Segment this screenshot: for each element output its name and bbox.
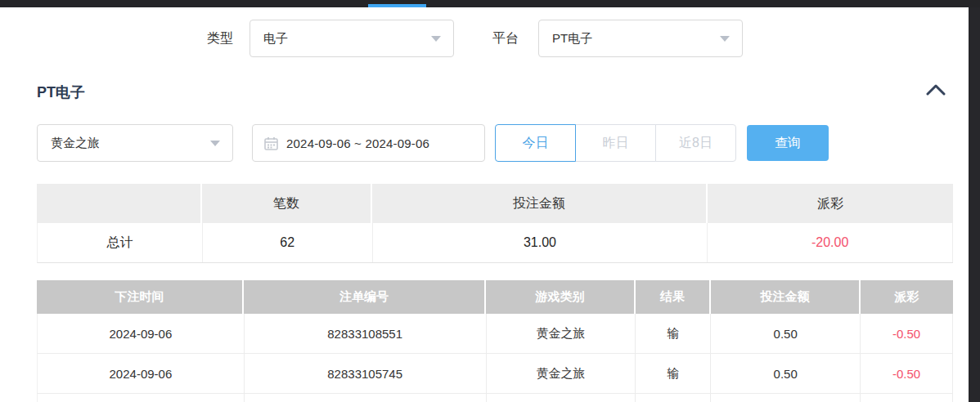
collapse-section-button[interactable] [919,79,952,102]
table-row-partial [37,394,953,402]
bet-amount: 0.50 [711,354,861,393]
search-button[interactable]: 查询 [747,125,829,161]
bet-time [38,394,245,402]
platform-select[interactable]: PT电子 [538,20,743,57]
bet-id: 82833108551 [245,314,487,353]
quick-date-button-group: 今日 昨日 近8日 [495,124,736,162]
bet-amount [711,394,861,402]
today-button[interactable]: 今日 [495,124,576,162]
game-category: 黄金之旅 [487,354,636,393]
payout: -0.50 [861,354,953,393]
summary-header-empty [37,184,202,223]
active-tab-indicator [368,4,426,7]
result: 输 [636,354,711,393]
detail-header-result: 结果 [636,280,711,314]
browser-topbar [0,0,980,7]
result: 输 [636,314,711,353]
last-8-days-button[interactable]: 近8日 [655,124,736,162]
game-select[interactable]: 黄金之旅 [37,124,233,162]
bet-time: 2024-09-06 [38,314,245,353]
detail-header-bet-id: 注单编号 [244,280,486,314]
summary-total-label: 总计 [38,223,203,262]
type-label: 类型 [207,20,233,57]
type-select-value: 电子 [263,20,288,56]
game-select-value: 黄金之旅 [51,125,100,161]
summary-header-bet-amount: 投注金额 [372,184,708,223]
game-category [487,394,636,402]
platform-select-value: PT电子 [552,20,592,56]
section-title: PT电子 [37,83,85,102]
payout [861,394,953,402]
bet-id: 82833105745 [245,354,487,393]
type-select[interactable]: 电子 [249,20,454,57]
platform-label: 平台 [492,20,519,57]
detail-header-game-category: 游戏类别 [486,280,636,314]
result [636,394,711,402]
summary-total-payout: -20.00 [708,223,953,262]
summary-table: 笔数 投注金额 派彩 总计 62 31.00 -20.00 [37,184,953,263]
bet-id [245,394,487,402]
bet-amount: 0.50 [711,314,861,353]
date-range-picker[interactable]: 2024-09-06 ~ 2024-09-06 [252,124,485,162]
caret-down-icon [210,141,220,146]
game-category: 黄金之旅 [487,314,636,353]
section-filter-row: 黄金之旅 2024-09-06 ~ 2024-09-06 今日 昨日 近8日 查… [37,124,953,162]
summary-header-row: 笔数 投注金额 派彩 [37,184,953,223]
detail-header-bet-amount: 投注金额 [711,280,861,314]
summary-total-row: 总计 62 31.00 -20.00 [37,223,953,263]
yesterday-button[interactable]: 昨日 [575,124,656,162]
chevron-up-icon [926,84,946,98]
summary-total-count: 62 [203,223,373,262]
table-row: 2024-09-06 82833108551 黄金之旅 输 0.50 -0.50 [37,314,953,354]
table-row: 2024-09-06 82833105745 黄金之旅 输 0.50 -0.50 [37,354,953,394]
detail-header-row: 下注时间 注单编号 游戏类别 结果 投注金额 派彩 [37,280,953,314]
caret-down-icon [431,36,441,42]
bet-detail-table: 下注时间 注单编号 游戏类别 结果 投注金额 派彩 2024-09-06 828… [37,280,953,402]
caret-down-icon [720,36,730,42]
summary-header-count: 笔数 [202,184,372,223]
bet-time: 2024-09-06 [38,354,245,393]
payout: -0.50 [861,314,953,353]
global-filter-row: 类型 电子 平台 PT电子 [0,20,969,57]
calendar-icon [264,136,278,150]
summary-header-payout: 派彩 [708,184,953,223]
window-right-edge [969,0,980,402]
detail-header-payout: 派彩 [861,280,953,314]
detail-header-bet-time: 下注时间 [37,280,244,314]
date-range-text: 2024-09-06 ~ 2024-09-06 [286,136,429,150]
summary-total-bet-amount: 31.00 [373,223,708,262]
